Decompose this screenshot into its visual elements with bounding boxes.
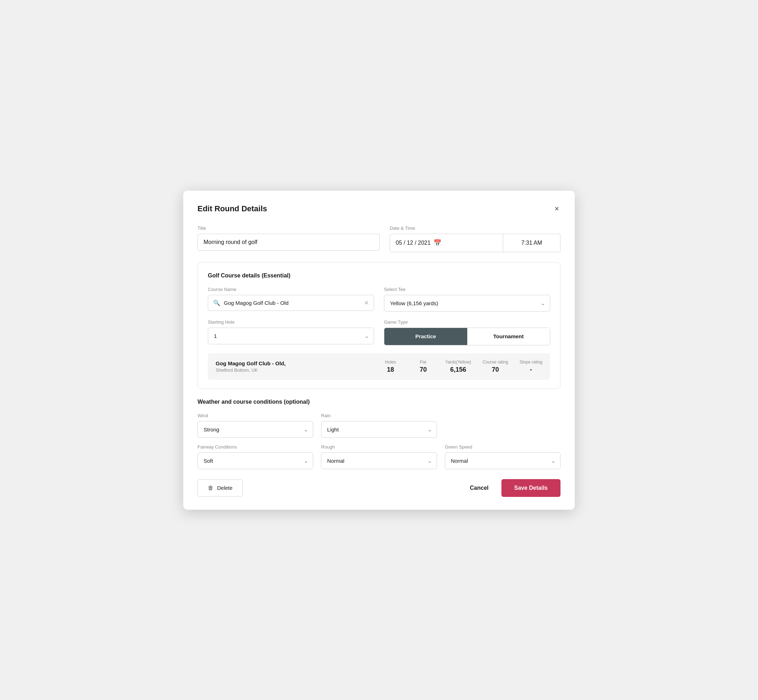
- wind-wrap: None Light Moderate Strong ⌄: [197, 421, 313, 438]
- search-icon: 🔍: [213, 300, 220, 306]
- rough-dropdown[interactable]: Soft Normal Hard: [321, 452, 437, 469]
- fairway-group: Fairway Conditions Soft Normal Hard ⌄: [197, 444, 313, 469]
- datetime-field-group: Date & Time 05 / 12 / 2021 📅 7:31 AM: [390, 225, 561, 252]
- wind-rain-row: Wind None Light Moderate Strong ⌄ Rain N…: [197, 413, 561, 438]
- weather-section-title: Weather and course conditions (optional): [197, 399, 561, 405]
- title-input[interactable]: [197, 234, 380, 251]
- par-stat: Par 70: [412, 359, 434, 373]
- fairway-wrap: Soft Normal Hard ⌄: [197, 452, 313, 469]
- golf-course-section: Golf Course details (Essential) Course N…: [197, 262, 561, 389]
- golf-section-title: Golf Course details (Essential): [208, 272, 550, 279]
- rain-wrap: None Light Moderate Heavy ⌄: [321, 421, 437, 438]
- holes-label: Holes: [385, 359, 396, 364]
- clear-icon[interactable]: ✕: [364, 300, 369, 306]
- course-name-label: Course Name: [208, 287, 374, 292]
- starting-hole-wrap: 1 ⌄: [208, 328, 374, 344]
- footer-row: 🗑 Delete Cancel Save Details: [197, 479, 561, 497]
- course-location: Shelford Bottom, UK: [216, 367, 368, 373]
- delete-label: Delete: [217, 485, 232, 491]
- wind-dropdown[interactable]: None Light Moderate Strong: [197, 421, 313, 438]
- date-value: 05 / 12 / 2021: [396, 240, 431, 246]
- green-speed-group: Green Speed Slow Normal Fast ⌄: [445, 444, 561, 469]
- game-type-toggle: Practice Tournament: [384, 328, 550, 345]
- weather-section: Weather and course conditions (optional)…: [197, 399, 561, 469]
- slope-rating-value: -: [530, 366, 532, 373]
- slope-rating-label: Slope rating: [520, 359, 542, 364]
- select-tee-label: Select Tee: [384, 287, 550, 292]
- game-type-group: Game Type Practice Tournament: [384, 319, 550, 345]
- time-part[interactable]: 7:31 AM: [503, 234, 560, 252]
- conditions-row: Fairway Conditions Soft Normal Hard ⌄ Ro…: [197, 444, 561, 469]
- rough-group: Rough Soft Normal Hard ⌄: [321, 444, 437, 469]
- datetime-label: Date & Time: [390, 225, 561, 231]
- wind-label: Wind: [197, 413, 313, 418]
- cancel-button[interactable]: Cancel: [467, 480, 491, 496]
- rough-wrap: Soft Normal Hard ⌄: [321, 452, 437, 469]
- calendar-icon: 📅: [434, 239, 441, 247]
- course-rating-stat: Course rating 70: [482, 359, 508, 373]
- modal-header: Edit Round Details ×: [197, 203, 561, 214]
- date-part[interactable]: 05 / 12 / 2021 📅: [390, 234, 503, 252]
- yards-stat: Yards(Yellow) 6,156: [445, 359, 471, 373]
- par-label: Par: [420, 359, 427, 364]
- hole-gametype-row: Starting Hole 1 ⌄ Game Type Practice Tou…: [208, 319, 550, 345]
- yards-label: Yards(Yellow): [445, 359, 471, 364]
- rain-group: Rain None Light Moderate Heavy ⌄: [321, 413, 437, 438]
- course-info-bar: Gog Magog Golf Club - Old, Shelford Bott…: [208, 353, 550, 380]
- course-name-location: Gog Magog Golf Club - Old, Shelford Bott…: [216, 360, 368, 373]
- course-name-search[interactable]: 🔍 Gog Magog Golf Club - Old ✕: [208, 295, 374, 311]
- delete-button[interactable]: 🗑 Delete: [197, 480, 243, 497]
- fairway-label: Fairway Conditions: [197, 444, 313, 450]
- par-value: 70: [420, 366, 427, 373]
- yards-value: 6,156: [450, 366, 466, 373]
- time-value: 7:31 AM: [522, 240, 542, 246]
- modal-title: Edit Round Details: [197, 204, 267, 213]
- starting-hole-label: Starting Hole: [208, 319, 374, 325]
- datetime-row: 05 / 12 / 2021 📅 7:31 AM: [390, 234, 561, 252]
- course-tee-row: Course Name 🔍 Gog Magog Golf Club - Old …: [208, 287, 550, 312]
- practice-toggle-btn[interactable]: Practice: [384, 328, 467, 345]
- top-row: Title Date & Time 05 / 12 / 2021 📅 7: [197, 225, 561, 252]
- edit-round-modal: Edit Round Details × Title Date & Time 0…: [183, 191, 575, 510]
- title-field-group: Title: [197, 225, 380, 252]
- title-label: Title: [197, 225, 380, 231]
- starting-hole-group: Starting Hole 1 ⌄: [208, 319, 374, 345]
- rain-dropdown[interactable]: None Light Moderate Heavy: [321, 421, 437, 438]
- holes-value: 18: [387, 366, 394, 373]
- slope-rating-stat: Slope rating -: [520, 359, 542, 373]
- starting-hole-dropdown[interactable]: 1: [208, 328, 374, 344]
- trash-icon: 🗑: [208, 485, 213, 491]
- select-tee-wrap: Yellow (6,156 yards) ⌄: [384, 295, 550, 312]
- green-speed-label: Green Speed: [445, 444, 561, 450]
- course-rating-value: 70: [492, 366, 499, 373]
- close-button[interactable]: ×: [553, 203, 561, 214]
- fairway-dropdown[interactable]: Soft Normal Hard: [197, 452, 313, 469]
- rough-label: Rough: [321, 444, 437, 450]
- save-button[interactable]: Save Details: [501, 479, 561, 497]
- select-tee-dropdown[interactable]: Yellow (6,156 yards): [384, 295, 550, 312]
- tournament-toggle-btn[interactable]: Tournament: [467, 328, 550, 345]
- course-rating-label: Course rating: [482, 359, 508, 364]
- select-tee-group: Select Tee Yellow (6,156 yards) ⌄: [384, 287, 550, 312]
- game-type-label: Game Type: [384, 319, 550, 325]
- rain-label: Rain: [321, 413, 437, 418]
- course-name-value: Gog Magog Golf Club - Old: [224, 300, 360, 306]
- wind-group: Wind None Light Moderate Strong ⌄: [197, 413, 313, 438]
- green-speed-dropdown[interactable]: Slow Normal Fast: [445, 452, 561, 469]
- course-full-name: Gog Magog Golf Club - Old,: [216, 360, 368, 366]
- green-speed-wrap: Slow Normal Fast ⌄: [445, 452, 561, 469]
- holes-stat: Holes 18: [380, 359, 401, 373]
- footer-right: Cancel Save Details: [467, 479, 561, 497]
- course-name-group: Course Name 🔍 Gog Magog Golf Club - Old …: [208, 287, 374, 312]
